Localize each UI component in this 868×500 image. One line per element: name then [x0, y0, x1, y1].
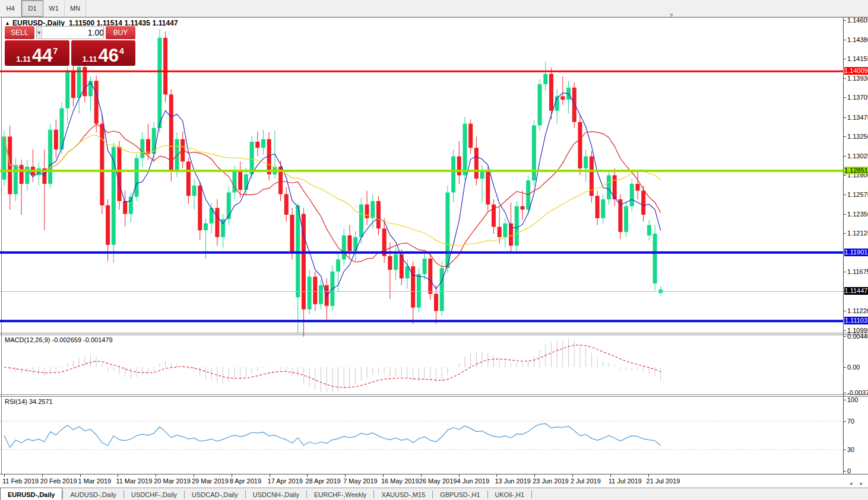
candle [100, 124, 104, 206]
price-axis-tick [844, 20, 846, 21]
date-axis-tick [270, 474, 270, 477]
price-badge: 1.11901 [844, 249, 868, 256]
candle [71, 71, 75, 98]
candle [376, 201, 381, 228]
candle [560, 96, 565, 100]
candle [118, 147, 122, 201]
tab-ukoil-h1[interactable]: UKOil-,H1 [488, 488, 532, 500]
candle [434, 294, 438, 311]
candle [186, 161, 191, 196]
date-axis-tick [307, 474, 308, 477]
price-badge: 1.11447 [844, 287, 868, 295]
candle [636, 184, 640, 191]
rsi-axis-label: 30 [847, 446, 854, 453]
price-axis-tick [844, 78, 846, 79]
price-axis-label: 1.13930 [847, 75, 868, 82]
candle [468, 124, 473, 148]
candle [653, 234, 657, 284]
candle [290, 215, 294, 253]
rsi-axis-label: 100 [847, 396, 858, 403]
candle [106, 205, 110, 245]
tab-gbpusd-h1[interactable]: GBPUSD-,H1 [433, 488, 487, 500]
candle [284, 194, 289, 215]
candle [204, 224, 208, 231]
candle [538, 84, 542, 126]
rsi-indicator-label: RSI(14) 34.2571 [5, 398, 53, 405]
macd-axis-tick [844, 367, 846, 368]
buy-price-prefix: 1.11 [83, 55, 97, 64]
hlines-layer [0, 71, 843, 321]
date-axis-tick [459, 474, 460, 477]
candle [474, 148, 479, 179]
candle [140, 139, 144, 158]
sell-quote-box[interactable]: 1.11447 [5, 40, 69, 66]
tab-xauusd-m15[interactable]: XAUUSD-,M15 [374, 488, 432, 500]
timeframe-button-d1[interactable]: D1 [21, 0, 43, 17]
tabs-scroll-left-icon[interactable]: ◄ [847, 480, 855, 487]
buy-price-big: 46 [98, 47, 118, 64]
date-axis-tick [383, 474, 384, 477]
candle [123, 201, 127, 214]
candle [20, 165, 24, 184]
candle [647, 225, 651, 235]
tabs-scroll-right-icon[interactable]: ► [857, 480, 866, 487]
tab-usdcad-daily[interactable]: USDCAD-,Daily [185, 488, 245, 500]
volume-input[interactable] [42, 27, 104, 39]
price-axis-label: 1.14380 [847, 36, 868, 43]
candle [192, 186, 197, 196]
tab-usdchf-daily[interactable]: USDCHF-,Daily [124, 488, 184, 500]
macd-axis-label: 0.00 [847, 364, 860, 371]
rsi-axis-tick [844, 471, 846, 472]
date-axis-label: 11 Jul 2019 [609, 477, 642, 485]
rsi-axis-tick [844, 421, 846, 422]
price-axis-tick [844, 330, 846, 331]
candle [388, 256, 392, 270]
chart-canvas[interactable] [0, 0, 868, 500]
date-axis-tick [345, 474, 346, 477]
date-axis-tick [496, 474, 497, 477]
tab-eurchf-weekly[interactable]: EURCHF-,Weekly [307, 488, 373, 500]
date-axis-label: 17 Apr 2019 [268, 477, 303, 485]
rsi-axis-label: 70 [847, 418, 854, 425]
buy-quote-box[interactable]: 1.11464 [71, 40, 136, 66]
date-axis-label: 2 Jul 2019 [571, 477, 601, 485]
tab-audusd-daily[interactable]: AUDUSD-,Daily [63, 488, 123, 500]
candle [521, 206, 525, 210]
candle [267, 139, 271, 174]
autoscroll-marker-icon[interactable]: ▼ [669, 12, 674, 18]
candle [572, 88, 576, 122]
timeframe-button-mn[interactable]: MN [65, 0, 86, 17]
rsi-axis-label: 0 [847, 467, 851, 474]
macd-layer [4, 339, 661, 393]
candle [227, 192, 231, 219]
timeframe-button-h4[interactable]: H4 [0, 0, 21, 17]
sell-button[interactable]: SELL [5, 26, 34, 39]
candle [463, 124, 467, 176]
candle [215, 208, 219, 237]
candle [336, 259, 340, 271]
timeframe-button-w1[interactable]: W1 [43, 0, 65, 17]
sell-price-prefix: 1.11 [16, 55, 31, 64]
date-axis-label: 23 Jun 2019 [533, 477, 569, 485]
candle [578, 122, 582, 168]
candle [255, 142, 259, 148]
candle [244, 174, 248, 190]
price-axis-tick [844, 233, 846, 234]
candle [624, 206, 628, 232]
tab-eurusd-daily[interactable]: EURUSD-,Daily [0, 488, 62, 500]
date-axis-label: 21 Jul 2019 [647, 477, 680, 485]
date-axis-label: 11 Mar 2019 [116, 477, 152, 485]
tab-usdcnh-daily[interactable]: USDCNH-,Daily [246, 488, 306, 500]
volume-decrease-icon[interactable]: ▼ [37, 27, 42, 39]
candle [394, 254, 398, 270]
candle [595, 196, 600, 218]
price-axis-label: 1.11220 [847, 307, 868, 314]
candle [428, 259, 432, 294]
buy-button[interactable]: BUY [106, 26, 135, 39]
candle [480, 171, 484, 179]
date-axis-label: 8 Apr 2019 [230, 477, 261, 485]
price-axis-tick [844, 195, 846, 195]
candle [630, 184, 634, 206]
candle [348, 235, 352, 251]
macd-axis-label: 0.004465 [847, 333, 868, 340]
